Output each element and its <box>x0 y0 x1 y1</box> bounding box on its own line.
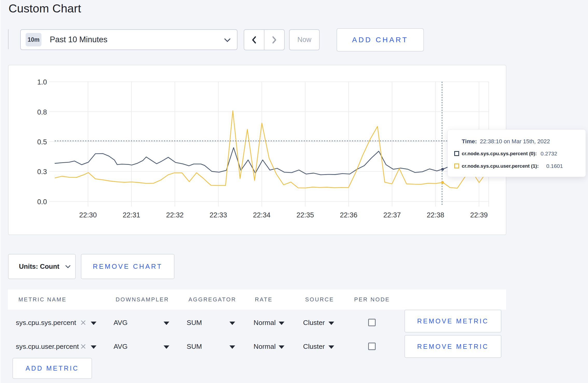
svg-text:22:37: 22:37 <box>383 211 401 219</box>
svg-text:0.8: 0.8 <box>37 108 47 116</box>
svg-text:0.5: 0.5 <box>37 138 47 146</box>
svg-text:22:39: 22:39 <box>470 211 488 219</box>
svg-text:22:31: 22:31 <box>123 211 140 219</box>
svg-text:0.0: 0.0 <box>37 198 47 206</box>
svg-text:22:33: 22:33 <box>209 211 227 219</box>
svg-text:22:32: 22:32 <box>166 211 184 219</box>
svg-text:0.3: 0.3 <box>37 168 47 176</box>
svg-text:22:34: 22:34 <box>253 211 271 219</box>
svg-text:1.0: 1.0 <box>37 78 47 86</box>
svg-text:22:38: 22:38 <box>427 211 444 219</box>
svg-text:22:36: 22:36 <box>340 211 358 219</box>
svg-text:22:30: 22:30 <box>79 211 97 219</box>
svg-text:22:35: 22:35 <box>296 211 314 219</box>
